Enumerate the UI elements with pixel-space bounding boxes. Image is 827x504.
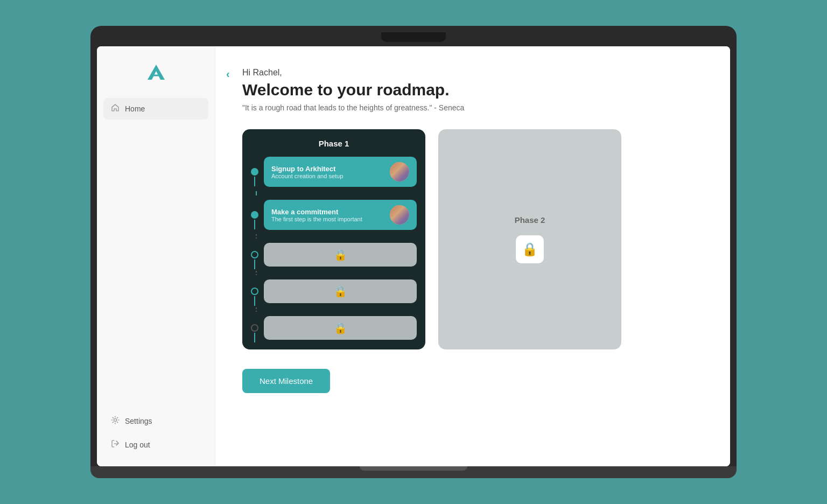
home-icon [111, 103, 120, 114]
quote-text: "It is a rough road that leads to the he… [242, 103, 703, 112]
list-item: 🔒 [264, 279, 417, 303]
table-row: Signup to Arkhitect Account creation and… [251, 157, 417, 187]
lock-icon-4: 🔒 [334, 285, 347, 298]
connector-row [251, 271, 417, 275]
milestone-dot-3 [251, 251, 258, 258]
back-button[interactable]: ‹ [226, 68, 230, 80]
list-item[interactable]: Signup to Arkhitect Account creation and… [264, 157, 417, 187]
table-row: 🔒 [251, 316, 417, 340]
lock-icon-5: 🔒 [334, 321, 347, 334]
list-item: 🔒 [264, 243, 417, 267]
logout-label: Log out [125, 440, 150, 449]
app-logo [97, 57, 215, 98]
list-item: 🔒 [264, 316, 417, 340]
laptop-base-bar [360, 466, 467, 471]
page-title: Welcome to your roadmap. [242, 81, 703, 99]
phase2-lock-icon: 🔒 [522, 242, 538, 257]
table-row: 🔒 [251, 279, 417, 303]
milestone-text-1: Signup to Arkhitect Account creation and… [271, 165, 343, 179]
milestone-dot-2 [251, 211, 258, 219]
table-row: Make a commitment The first step is the … [251, 200, 417, 230]
sidebar-home-label: Home [125, 104, 145, 113]
milestone-sub-2: The first step is the most important [271, 216, 362, 222]
list-item[interactable]: Make a commitment The first step is the … [264, 200, 417, 230]
phase2-lock-box: 🔒 [516, 235, 544, 263]
greeting-text: Hi Rachel, [242, 68, 703, 78]
milestone-sub-1: Account creation and setup [271, 173, 343, 179]
phase1-card: Phase 1 Signup to Arkhitect Account crea… [242, 129, 425, 349]
milestone-dot-1 [251, 168, 258, 176]
sidebar-bottom: Settings Log out [97, 410, 215, 456]
milestone-thumb-1 [390, 162, 409, 181]
phase2-card: Phase 2 🔒 [438, 129, 621, 349]
logo-icon [145, 62, 167, 82]
logout-icon [111, 439, 120, 450]
milestone-thumb-2 [390, 205, 409, 225]
main-content: ‹ Hi Rachel, Welcome to your roadmap. "I… [215, 46, 730, 466]
table-row: 🔒 [251, 243, 417, 267]
milestone-list: Signup to Arkhitect Account creation and… [251, 157, 417, 340]
milestone-dot-5 [251, 324, 258, 332]
milestone-title-2: Make a commitment [271, 208, 362, 216]
phases-grid: Phase 1 Signup to Arkhitect Account crea… [242, 129, 703, 349]
milestone-dot-4 [251, 288, 258, 295]
sidebar: Home Settings [97, 46, 215, 466]
laptop-base [90, 466, 737, 478]
sidebar-item-settings[interactable]: Settings [103, 410, 208, 432]
settings-label: Settings [125, 417, 152, 425]
lock-icon-3: 🔒 [334, 248, 347, 261]
phase1-title: Phase 1 [251, 139, 417, 148]
settings-icon [111, 416, 120, 426]
connector-row [251, 307, 417, 312]
milestone-text-2: Make a commitment The first step is the … [271, 208, 362, 222]
sidebar-item-logout[interactable]: Log out [103, 434, 208, 456]
next-milestone-button[interactable]: Next Milestone [242, 369, 330, 393]
sidebar-nav: Home [97, 98, 215, 410]
laptop-notch [381, 32, 446, 42]
milestone-title-1: Signup to Arkhitect [271, 165, 343, 173]
sidebar-item-home[interactable]: Home [103, 98, 208, 120]
connector-row [251, 191, 417, 195]
phase2-title: Phase 2 [515, 215, 545, 225]
connector-row [251, 234, 417, 239]
svg-point-1 [114, 419, 117, 422]
